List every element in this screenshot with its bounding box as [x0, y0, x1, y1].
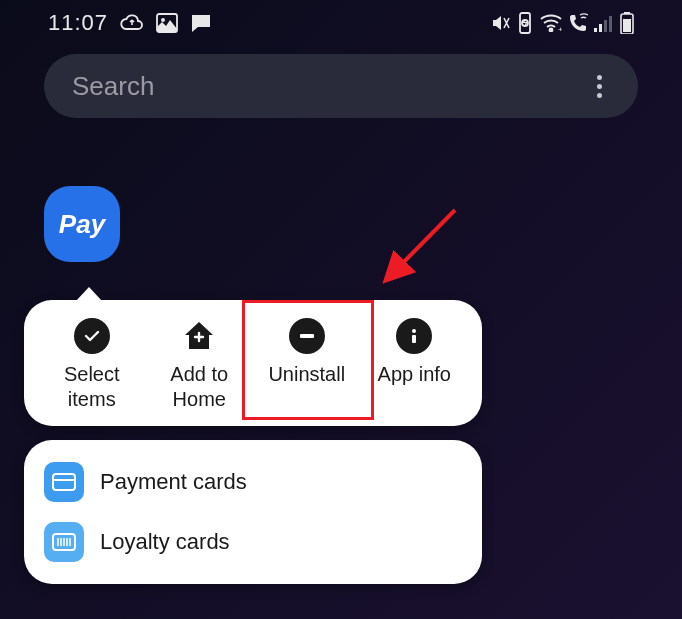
status-right: + [490, 12, 634, 34]
image-icon [156, 13, 178, 33]
search-bar[interactable]: Search [44, 54, 638, 118]
check-icon [74, 318, 110, 354]
search-placeholder: Search [72, 71, 154, 102]
wifi-calling-icon [568, 13, 588, 33]
cloud-icon [120, 13, 144, 33]
wifi-icon: + [540, 14, 562, 32]
action-add-to-home[interactable]: Add to Home [147, 318, 251, 412]
svg-rect-15 [53, 474, 75, 490]
action-label: App info [378, 362, 451, 387]
home-plus-icon [181, 318, 217, 354]
svg-rect-14 [412, 335, 416, 343]
action-uninstall[interactable]: Uninstall [255, 318, 359, 412]
svg-rect-7 [604, 20, 607, 32]
context-menu: Select items Add to Home Uninstall App i… [24, 300, 482, 584]
svg-line-17 [388, 210, 455, 278]
shortcut-label: Payment cards [100, 469, 247, 495]
shortcut-loyalty-cards[interactable]: Loyalty cards [40, 512, 466, 572]
svg-point-1 [161, 18, 165, 22]
svg-rect-6 [599, 24, 602, 32]
status-bar: 11:07 + [0, 0, 682, 36]
data-saver-icon [516, 12, 534, 34]
more-icon[interactable] [589, 67, 610, 106]
svg-text:+: + [558, 25, 562, 32]
svg-rect-12 [300, 334, 314, 338]
action-label: Uninstall [268, 362, 345, 387]
card-icon [44, 462, 84, 502]
mute-icon [490, 13, 510, 33]
shortcut-list: Payment cards Loyalty cards [24, 440, 482, 584]
svg-point-3 [550, 29, 553, 32]
svg-point-13 [412, 329, 416, 333]
action-label: Add to Home [147, 362, 251, 412]
status-left: 11:07 [48, 10, 212, 36]
arrow-annotation [370, 200, 470, 300]
barcode-icon [44, 522, 84, 562]
action-app-info[interactable]: App info [362, 318, 466, 412]
shortcut-label: Loyalty cards [100, 529, 230, 555]
app-icon-label: Pay [59, 209, 105, 240]
signal-icon [594, 14, 614, 32]
svg-rect-5 [594, 28, 597, 32]
action-row: Select items Add to Home Uninstall App i… [24, 300, 482, 426]
app-icon-pay[interactable]: Pay [44, 186, 120, 262]
svg-rect-11 [623, 19, 631, 32]
action-label: Select items [40, 362, 144, 412]
shortcut-payment-cards[interactable]: Payment cards [40, 452, 466, 512]
action-select-items[interactable]: Select items [40, 318, 144, 412]
minus-icon [289, 318, 325, 354]
clock: 11:07 [48, 10, 108, 36]
battery-icon [620, 12, 634, 34]
message-icon [190, 13, 212, 33]
info-icon [396, 318, 432, 354]
svg-rect-8 [609, 16, 612, 32]
